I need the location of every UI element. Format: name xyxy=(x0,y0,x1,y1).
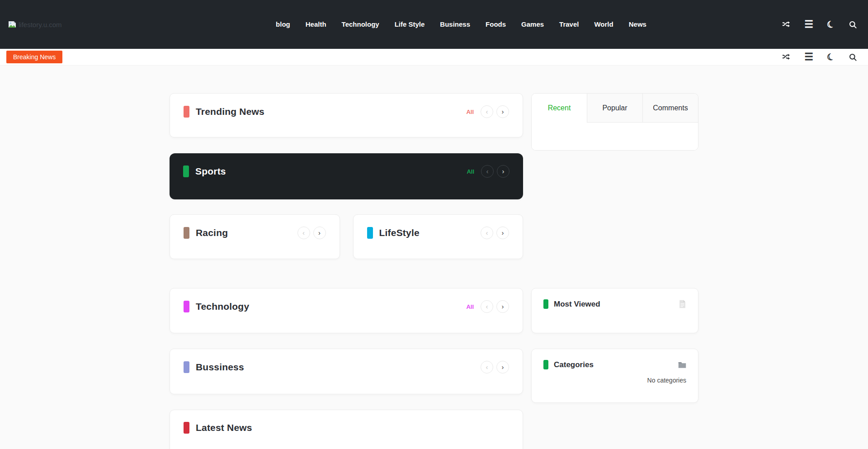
sidebar: Recent Popular Comments Most Viewed xyxy=(531,93,698,403)
section-header: LifeStyle ‹ › xyxy=(367,227,509,239)
widget-header: Most Viewed xyxy=(543,299,686,309)
header-action-icons: ☰ ☾ xyxy=(778,19,860,29)
accent-bar xyxy=(543,299,548,309)
accent-bar xyxy=(183,165,189,177)
main-navigation: blog Health Technology Life Style Busine… xyxy=(144,0,778,49)
nav-item-travel[interactable]: Travel xyxy=(552,0,586,49)
dark-mode-moon-icon[interactable]: ☾ xyxy=(826,52,836,63)
racing-section: Racing ‹ › xyxy=(170,214,340,259)
tab-bar: Recent Popular Comments xyxy=(532,94,698,123)
tab-comments[interactable]: Comments xyxy=(642,94,698,122)
section-title: Trending News xyxy=(196,106,264,117)
carousel-next-button[interactable]: › xyxy=(496,105,509,118)
breaking-news-badge: Breaking News xyxy=(6,51,62,63)
section-header: Trending News All ‹ › xyxy=(184,105,509,118)
accent-bar xyxy=(184,301,189,312)
document-icon xyxy=(679,300,686,308)
nav-item-news[interactable]: News xyxy=(621,0,654,49)
folder-icon xyxy=(678,361,686,369)
widget-header: Categories xyxy=(543,360,686,369)
section-header: Racing ‹ › xyxy=(184,227,326,239)
section-title: LifeStyle xyxy=(379,227,420,238)
nav-item-health[interactable]: Health xyxy=(298,0,334,49)
accent-bar xyxy=(367,227,373,239)
carousel-next-button[interactable]: › xyxy=(497,165,509,178)
carousel-prev-button[interactable]: ‹ xyxy=(481,300,493,313)
menu-icon[interactable]: ☰ xyxy=(804,19,813,29)
nav-item-world[interactable]: World xyxy=(586,0,621,49)
nav-item-technology[interactable]: Technology xyxy=(334,0,387,49)
tab-recent[interactable]: Recent xyxy=(532,94,587,122)
section-controls: ‹ › xyxy=(481,361,509,373)
carousel-next-button[interactable]: › xyxy=(496,300,509,313)
sidebar-tabs-widget: Recent Popular Comments xyxy=(531,93,698,151)
accent-bar xyxy=(184,227,189,239)
section-header: Sports All ‹ › xyxy=(183,165,509,178)
section-header: Bussiness ‹ › xyxy=(184,361,509,373)
site-logo[interactable]: lifestory.u.com xyxy=(8,21,144,28)
widget-title: Categories xyxy=(554,360,594,369)
page-content: Trending News All ‹ › Sports All ‹ › xyxy=(170,93,698,449)
carousel-prev-button[interactable]: ‹ xyxy=(297,227,310,239)
carousel-next-button[interactable]: › xyxy=(496,361,509,373)
two-column-row: Racing ‹ › LifeStyle ‹ › xyxy=(170,214,523,259)
carousel-next-button[interactable]: › xyxy=(496,227,509,239)
subbar-action-icons: ☰ ☾ xyxy=(782,52,860,62)
section-title: Sports xyxy=(195,166,226,177)
nav-item-blog[interactable]: blog xyxy=(268,0,298,49)
accent-bar xyxy=(543,360,548,369)
section-controls: ‹ › xyxy=(297,227,326,239)
logo-alt-text: lifestory.u.com xyxy=(19,21,62,28)
accent-bar xyxy=(184,422,189,434)
carousel-prev-button[interactable]: ‹ xyxy=(481,227,493,239)
search-icon[interactable] xyxy=(849,53,857,61)
nav-item-life-style[interactable]: Life Style xyxy=(387,0,433,49)
section-title: Technology xyxy=(196,301,249,312)
tab-content-panel xyxy=(532,123,698,151)
search-icon[interactable] xyxy=(849,20,857,29)
shuffle-icon[interactable] xyxy=(782,20,791,29)
sports-section: Sports All ‹ › xyxy=(170,153,523,199)
technology-section: Technology All ‹ › xyxy=(170,288,523,333)
site-header: lifestory.u.com blog Health Technology L… xyxy=(0,0,868,49)
dark-mode-moon-icon[interactable]: ☾ xyxy=(826,19,836,30)
carousel-prev-button[interactable]: ‹ xyxy=(481,105,493,118)
carousel-prev-button[interactable]: ‹ xyxy=(481,165,494,178)
all-link[interactable]: All xyxy=(467,168,474,175)
section-title: Bussiness xyxy=(196,362,244,373)
nav-item-foods[interactable]: Foods xyxy=(478,0,514,49)
section-controls: All ‹ › xyxy=(466,105,509,118)
all-link[interactable]: All xyxy=(466,109,474,115)
most-viewed-widget: Most Viewed xyxy=(531,288,698,333)
accent-bar xyxy=(184,106,189,118)
nav-item-business[interactable]: Business xyxy=(432,0,478,49)
latest-news-section: Latest News xyxy=(170,410,523,449)
section-controls: ‹ › xyxy=(481,227,509,239)
accent-bar xyxy=(184,361,189,373)
broken-image-icon xyxy=(8,21,16,28)
carousel-next-button[interactable]: › xyxy=(313,227,326,239)
bussiness-section: Bussiness ‹ › xyxy=(170,349,523,394)
shuffle-icon[interactable] xyxy=(782,52,791,61)
menu-icon[interactable]: ☰ xyxy=(804,52,813,62)
section-title: Latest News xyxy=(196,422,252,433)
section-controls: All ‹ › xyxy=(466,300,509,313)
nav-item-games[interactable]: Games xyxy=(514,0,552,49)
no-categories-text: No categories xyxy=(543,377,686,384)
trending-news-section: Trending News All ‹ › xyxy=(170,93,523,137)
section-controls: All ‹ › xyxy=(467,165,509,178)
section-header: Latest News xyxy=(184,422,509,434)
main-column: Trending News All ‹ › Sports All ‹ › xyxy=(170,93,523,449)
section-header: Technology All ‹ › xyxy=(184,300,509,313)
breaking-news-bar: Breaking News ☰ ☾ xyxy=(0,49,868,66)
lifestyle-section: LifeStyle ‹ › xyxy=(353,214,524,259)
all-link[interactable]: All xyxy=(466,303,474,310)
categories-widget: Categories No categories xyxy=(531,349,698,403)
widget-title: Most Viewed xyxy=(554,300,600,309)
carousel-prev-button[interactable]: ‹ xyxy=(481,361,493,373)
tab-popular[interactable]: Popular xyxy=(587,94,642,122)
section-title: Racing xyxy=(196,227,228,238)
